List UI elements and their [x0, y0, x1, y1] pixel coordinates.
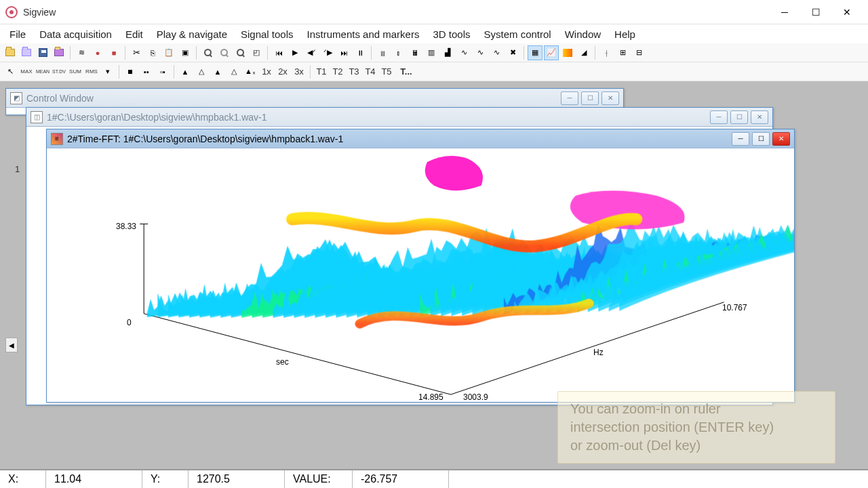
speed-2x-button[interactable]: 2x [275, 64, 290, 79]
peak-up-button[interactable]: ▲ [178, 64, 193, 79]
fft-plot-area[interactable]: 38.33 0 sec Hz 14.895 3003.9 10.767 [47, 148, 794, 402]
menu-edit[interactable]: Edit [119, 26, 150, 43]
stat-rms-button[interactable]: RMS [84, 64, 99, 79]
maximize-button[interactable]: ☐ [581, 92, 599, 105]
sum-label: SUM [68, 68, 83, 75]
wave-a-button[interactable]: ∿ [456, 45, 471, 60]
ruler-button[interactable]: ⟊ [599, 45, 614, 60]
view-chart-button[interactable]: 📈 [544, 45, 559, 60]
stat-mean-button[interactable]: MEAN [35, 64, 50, 79]
menu-bar: File Data acquisition Edit Play & naviga… [0, 24, 868, 43]
maximize-button[interactable]: ☐ [730, 110, 748, 124]
peak-outline-button[interactable]: △ [226, 64, 241, 79]
wave-c-button[interactable]: ∿ [489, 45, 504, 60]
trigger-more-button[interactable]: T... [395, 64, 417, 79]
v-label: VALUE: [293, 473, 331, 485]
open-daq-button[interactable] [19, 45, 34, 60]
menu-system-control[interactable]: System control [477, 26, 558, 43]
spectrum-button[interactable]: ⫾ [391, 45, 406, 60]
signal-window-titlebar[interactable]: ◫ 1#C:\Users\goran\Desktop\sigview\hmpba… [26, 108, 772, 127]
wave-b-button[interactable]: ∿ [473, 45, 488, 60]
stat-stdev-button[interactable]: ST.DV [52, 64, 66, 79]
trigger-t2-button[interactable]: T2 [330, 64, 345, 79]
menu-data-acquisition[interactable]: Data acquisition [33, 26, 119, 43]
status-y-label: Y: [142, 470, 189, 488]
paste-button[interactable]: 📋 [161, 45, 176, 60]
maximize-button[interactable]: ☐ [752, 132, 770, 146]
cut-button[interactable]: ✂ [129, 45, 144, 60]
trigger-t4-button[interactable]: T4 [363, 64, 378, 79]
peak-dotted-button[interactable]: △ [194, 64, 209, 79]
status-bar: X: 11.04 Y: 1270.5 VALUE: -26.757 [0, 469, 868, 488]
marker-3-button[interactable]: ▫▪ [155, 64, 170, 79]
skip-end-button[interactable]: ⏭ [336, 45, 351, 60]
pause-button[interactable]: ⏸ [353, 45, 368, 60]
zoom-in-button[interactable] [200, 45, 215, 60]
signal-gen-button[interactable]: ≋ [74, 45, 89, 60]
menu-signal-tools[interactable]: Signal tools [234, 26, 300, 43]
status-x-value: 11.04 [46, 470, 142, 488]
minimize-button[interactable]: ─ [732, 132, 749, 146]
calc-button[interactable]: 🖩 [408, 45, 422, 60]
cursor-tool-button[interactable]: ↖ [3, 64, 18, 79]
trigger-t5-button[interactable]: T5 [379, 64, 394, 79]
copy-button[interactable]: ⎘ [145, 45, 160, 60]
trigger-t3-button[interactable]: T3 [347, 64, 361, 79]
record-button[interactable]: ● [90, 45, 105, 60]
minimize-button[interactable]: ─ [769, 2, 800, 22]
skip-start-button[interactable]: ⏮ [271, 45, 286, 60]
peak-fill-button[interactable]: ▲ [210, 64, 225, 79]
grid-dots-button[interactable]: ⊞ [615, 45, 630, 60]
histogram-button[interactable]: ▟ [440, 45, 455, 60]
menu-file[interactable]: File [3, 26, 33, 43]
settings-button[interactable]: ✖ [505, 45, 520, 60]
zoom-sel-button[interactable]: ◰ [249, 45, 264, 60]
marker-1-button[interactable] [123, 64, 138, 79]
open-button[interactable] [3, 45, 18, 60]
view-3d-button[interactable] [560, 45, 575, 60]
close-button[interactable]: ✕ [601, 92, 619, 105]
stop-rec-button[interactable]: ■ [106, 45, 121, 60]
minimize-button[interactable]: ─ [561, 92, 578, 105]
close-button[interactable]: ✕ [772, 132, 790, 146]
t2-label: T2 [331, 66, 344, 77]
view-surface-button[interactable]: ◢ [576, 45, 591, 60]
control-window-titlebar[interactable]: ◩ Control Window ─ ☐ ✕ [6, 89, 623, 108]
step-back-button[interactable]: ◀ᐟ [304, 45, 319, 60]
mdi-workspace: ◩ Control Window ─ ☐ ✕ 1 ◀ ◫ 1#C:\Users\… [0, 81, 868, 469]
menu-window[interactable]: Window [558, 26, 608, 43]
view-grid-button[interactable]: ▦ [528, 45, 542, 60]
menu-help[interactable]: Help [608, 26, 642, 43]
save-button[interactable] [35, 45, 50, 60]
marker-2-button[interactable]: ▪▪ [139, 64, 154, 79]
fft-button[interactable]: ⫼ [375, 45, 390, 60]
grid-expand-button[interactable]: ⊟ [631, 45, 646, 60]
close-button[interactable]: ✕ [831, 2, 863, 22]
separator [524, 46, 524, 60]
menu-play-navigate[interactable]: Play & navigate [150, 26, 234, 43]
speed-1x-button[interactable]: 1x [259, 64, 274, 79]
close-button[interactable]: ✕ [751, 110, 768, 124]
fft-window-titlebar[interactable]: ≡ 2#Time-FFT: 1#C:\Users\goran\Desktop\s… [47, 129, 794, 148]
export-button[interactable] [52, 45, 66, 60]
zoom-out-button[interactable] [216, 45, 231, 60]
side-expand-tab[interactable]: ◀ [5, 338, 18, 352]
maximize-button[interactable]: ☐ [800, 2, 831, 22]
stat-sum-button[interactable]: SUM [68, 64, 83, 79]
play-button[interactable]: ▶ [288, 45, 302, 60]
menu-3d-tools[interactable]: 3D tools [426, 26, 477, 43]
minimize-button[interactable]: ─ [710, 110, 728, 124]
stat-max-button[interactable]: MAX [19, 64, 34, 79]
control-window-icon: ◩ [10, 92, 22, 104]
zoom-all-button[interactable] [233, 45, 248, 60]
step-fwd-button[interactable]: ᐟ▶ [320, 45, 335, 60]
speed-3x-button[interactable]: 3x [292, 64, 307, 79]
app-titlebar: Sigview ─ ☐ ✕ [0, 0, 868, 24]
trigger-t1-button[interactable]: T1 [314, 64, 329, 79]
select-marker-button[interactable]: ▣ [178, 45, 193, 60]
stat-more-button[interactable]: ▾ [100, 64, 115, 79]
peak-cross-button[interactable]: ▲ₓ [243, 64, 258, 79]
bars-button[interactable]: ▥ [424, 45, 439, 60]
fft-window[interactable]: ≡ 2#Time-FFT: 1#C:\Users\goran\Desktop\s… [46, 129, 795, 403]
menu-instruments-markers[interactable]: Instruments and markers [300, 26, 427, 43]
